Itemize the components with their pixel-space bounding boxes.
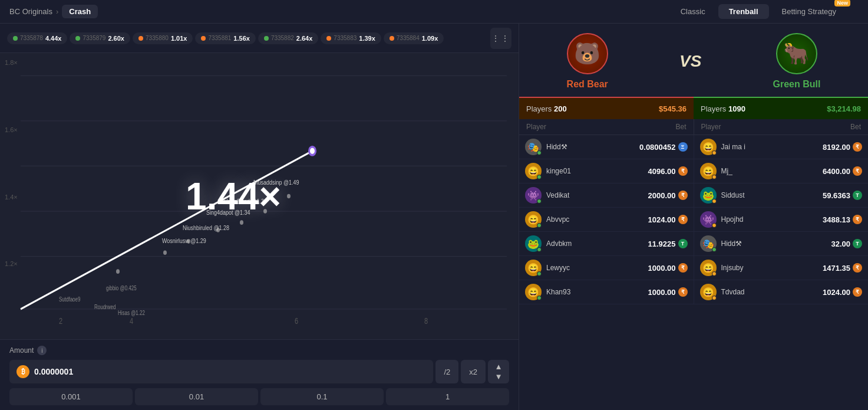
multiplier-val: 1.09x [422,35,438,42]
currency-icon: ₹ [678,191,688,200]
currency-icon: ₹ [678,263,688,273]
bet-amount: 6400.00 ₹ [823,166,862,176]
currency-icon: T [678,239,688,248]
quick-btn-0001[interactable]: 0.001 [9,388,133,405]
grid-button[interactable] [490,28,511,49]
svg-text:Roudrwed: Roudrwed [94,304,115,310]
svg-text:Musaddsinp @1.49: Musaddsinp @1.49 [253,179,299,186]
player-name: Hidd⚒ [721,240,742,248]
bet-value: 1000.00 [648,264,676,273]
dot-orange-icon [138,36,143,41]
player-info: 😄 Tdvdad [700,284,745,300]
player-avatar-wrapper: 🐸 [700,187,717,204]
svg-text:Niushbiruled @1.28: Niushbiruled @1.28 [183,224,229,231]
currency-icon: ₹ [853,166,862,176]
player-avatar-wrapper: 😄 [700,284,717,300]
tab-betting-strategy[interactable]: Betting Strategy New [771,4,847,19]
history-item-4[interactable]: 7335882 2.64x [258,32,318,44]
player-cell: 😄 Jai ma i 8192.00 ₹ [694,135,869,159]
player-name: Abvvpc [546,215,569,224]
stepper-button[interactable]: ▲ ▼ [488,360,509,383]
chart-svg: 2 4 6 8 Musaddsinp @1.49 [0,53,519,339]
right-panel: 🐻 Red Bear VS 🐂 Green Bull Players 200 $… [519,24,868,410]
dot-orange-icon [201,36,206,41]
bet-value: 1024.00 [823,288,850,297]
breadcrumb: BC Originals › Crash [9,5,98,18]
player-cell: 😄 Khan93 1000.00 ₹ [519,280,694,304]
player-avatar-wrapper: 🎭 [700,235,717,252]
table-row: 🎭 Hidd⚒ 0.0800452 Ξ [519,135,868,159]
history-item-6[interactable]: 7335884 1.09x [384,32,444,44]
history-item-3[interactable]: 7335881 1.56x [195,32,255,44]
player-info: 👾 Hpojhd [700,211,744,228]
history-item-2[interactable]: 7335880 1.01x [133,32,193,44]
bet-amount: 1024.00 ₹ [648,215,688,224]
player-avatar-wrapper: 👾 [525,187,542,204]
table-row: 🐸 Advbkm 11.9225 T [519,232,868,256]
amount-input-wrapper: ₿ [9,360,433,383]
player-avatar-wrapper: 🐸 [525,235,542,252]
history-item-5[interactable]: 7335883 1.39x [321,32,381,44]
bet-amount: 3488.13 ₹ [823,215,862,224]
player-rows: 🎭 Hidd⚒ 0.0800452 Ξ [519,135,868,410]
history-item-0[interactable]: 7335878 4.44x [7,32,67,44]
bet-value: 1024.00 [648,215,676,224]
dot-orange-icon [326,36,331,41]
chevron-down-icon: ▼ [494,372,502,381]
amount-input[interactable] [34,367,426,376]
player-cell: 😄 Abvvpc 1024.00 ₹ [519,208,694,231]
table-header-left: Player Bet [519,119,694,135]
tab-trenball[interactable]: Trenball [718,4,769,19]
chevron-up-icon: ▲ [494,362,502,371]
grid-icon [491,34,510,43]
quick-btn-01[interactable]: 0.1 [260,388,384,405]
history-id: 7335883 [334,35,357,41]
green-players-amount: $3,214.98 [827,104,861,113]
player-info: 😄 Injsuby [700,260,744,276]
player-name: kinge01 [546,167,571,175]
bet-amount: 1471.35 ₹ [823,263,862,273]
bet-value: 4096.00 [648,167,676,176]
currency-icon: ₹ [853,263,862,273]
player-name: Lewyyc [546,264,570,272]
green-bull-name: Green Bull [773,79,821,90]
col-bet-right: Bet [850,123,861,131]
multiply-button[interactable]: x2 [461,360,486,383]
online-dot [712,175,717,179]
divide-button[interactable]: /2 [435,360,458,383]
quick-btn-001[interactable]: 0.01 [135,388,258,405]
player-name: Jai ma i [721,143,745,151]
bet-value: 32.00 [831,240,850,248]
player-cell: 🐸 Siddust 59.6363 T [694,183,869,207]
online-dot [712,296,717,300]
player-info: 🐸 Advbkm [525,235,572,252]
table-row: 😄 Lewyyc 1000.00 ₹ [519,256,868,280]
bet-amount: 59.6363 T [823,191,862,200]
svg-point-19 [287,194,291,199]
bet-amount: 32.00 T [831,239,862,248]
svg-point-17 [240,220,243,225]
bet-value: 1000.00 [648,288,676,297]
breadcrumb-separator: › [56,7,58,16]
multiplier-val: 1.39x [359,35,375,42]
players-bar-green: Players 1090 $3,214.98 [694,97,868,119]
tab-classic[interactable]: Classic [670,4,716,19]
info-icon[interactable]: i [37,346,47,355]
bet-amount: 1000.00 ₹ [648,287,688,297]
currency-icon: T [853,191,862,200]
red-bear-avatar: 🐻 [567,33,608,74]
online-dot [712,271,717,276]
breadcrumb-current: Crash [62,5,98,18]
history-item-1[interactable]: 7335879 2.60x [70,32,130,44]
breadcrumb-root[interactable]: BC Originals [9,7,52,16]
vs-section: 🐻 Red Bear VS 🐂 Green Bull [519,24,868,97]
amount-section: Amount i ₿ /2 x2 ▲ ▼ 0.001 0.01 0.1 1 [0,339,519,410]
player-name: Khan93 [546,288,570,296]
table-header-right: Player Bet [694,119,869,135]
amount-label: Amount i [9,346,509,355]
quick-btn-1[interactable]: 1 [386,388,509,405]
quick-amounts: 0.001 0.01 0.1 1 [9,388,509,405]
bet-amount: 4096.00 ₹ [648,166,688,176]
bet-value: 59.6363 [823,191,850,200]
player-cell: 👾 Hpojhd 3488.13 ₹ [694,208,869,231]
